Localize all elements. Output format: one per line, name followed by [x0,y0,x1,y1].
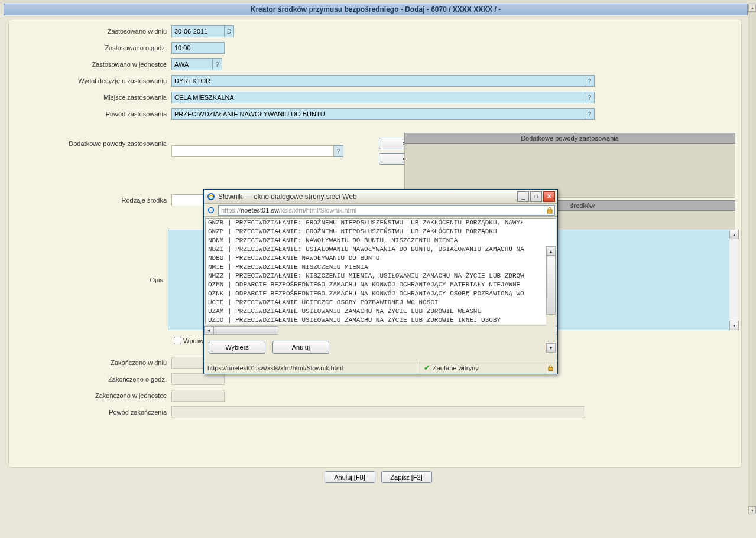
dialog-list-item[interactable]: NDBU | PRZECIWDZIAŁANIE NAWOŁYWANIU DO B… [207,254,554,263]
svg-rect-2 [547,210,552,213]
opis-scroll-down-icon[interactable]: ▾ [729,321,739,330]
dialog-list-item[interactable]: UZAM | PRZECIWDZIAŁANIE USIŁOWANIU ZAMAC… [207,307,554,316]
dialog-hscrollbar[interactable]: ◂ ▸ [204,325,557,335]
jedn-lookup-button[interactable]: ? [213,58,222,70]
dialog-list[interactable]: GNZB | PRZECIWDZIAŁANIE: GROŹNEMU NIEPOS… [205,218,556,324]
label-powod: Powód zastosowania [15,110,171,118]
label-powod-zakon: Powód zakończenia [15,409,171,416]
zapisz-button[interactable]: Zapisz [F2] [381,471,432,483]
label-wydal-decyzje: Wydał decyzję o zastosowaniu [15,77,171,84]
dodatkowe-lookup-button[interactable]: ? [334,145,343,157]
wprow-checkbox[interactable] [174,337,181,344]
dialog-url-bar[interactable]: https://noetest01.sw/xsls/xfm/html/Slown… [218,205,544,216]
hscroll-left-icon[interactable]: ◂ [204,326,213,335]
label-zastosowano-jedn: Zastosowano w jednostce [15,61,171,68]
minimize-button[interactable]: _ [517,191,529,202]
check-icon: ✔ [424,363,430,372]
maximize-button[interactable]: □ [530,191,542,202]
powod-zakon-input[interactable] [171,406,585,418]
vscroll-thumb[interactable] [546,256,556,315]
dialog-list-item[interactable]: NMZZ | PRZECIWDZIAŁANIE: NISZCZENIU MIEN… [207,272,554,281]
dialog-title: Słownik — okno dialogowe strony sieci We… [218,193,516,201]
hscroll-thumb[interactable] [213,326,278,335]
zakonczono-jedn-input[interactable] [171,390,225,402]
dialog-titlebar[interactable]: Słownik — okno dialogowe strony sieci We… [204,190,557,204]
dialog-list-item[interactable]: GNZB | PRZECIWDZIAŁANIE: GROŹNEMU NIEPOS… [207,219,554,227]
label-zakonczono-jedn: Zakończono w jednostce [15,392,171,399]
ie-small-icon [206,206,216,215]
svg-point-1 [209,207,214,213]
dialog-list-item[interactable]: UZIO | PRZECIWDZIAŁANIE USIŁOWANIU ZAMAC… [207,316,554,324]
zastosowano-jedn-input[interactable] [171,58,213,70]
slownik-dialog: Słownik — okno dialogowe strony sieci We… [203,189,558,374]
wprow-label: Wprow [183,337,203,344]
zastosowano-dniu-input[interactable] [171,25,225,37]
dialog-list-item[interactable]: OZNK | ODPARCIE BEZPOŚREDNIEGO ZAMACHU N… [207,289,554,298]
scroll-up-icon[interactable]: ▴ [748,4,756,12]
dialog-cancel-button[interactable]: Anuluj [272,341,329,354]
anuluj-button[interactable]: Anuluj [F8] [325,471,375,483]
date-picker-button[interactable]: D [225,25,234,37]
lock-icon [544,205,555,216]
ie-icon [206,192,216,201]
dialog-vscrollbar[interactable]: ▴ ▾ [546,246,556,353]
page-title: Kreator środków przymusu bezpośredniego … [4,4,748,15]
status-zone: ✔ Zaufane witryny [420,361,544,374]
dialog-list-item[interactable]: OZMN | ODPARCIE BEZPOŚREDNIEGO ZAMACHU N… [207,281,554,289]
label-opis: Opis [15,276,168,283]
zastosowano-godz-input[interactable] [171,42,225,54]
powod-lookup-button[interactable]: ? [585,108,595,120]
label-dodatkowe-powody: Dodatkowe powody zastosowania [15,138,171,147]
scroll-down-icon[interactable]: ▾ [748,506,756,514]
wydal-lookup-button[interactable]: ? [585,75,595,87]
label-zastosowano-godz: Zastosowano o godz. [15,44,171,51]
dialog-select-button[interactable]: Wybierz [209,341,265,354]
label-rodzaje-srodka: Rodzaje środka [15,194,171,204]
zakonczono-godz-input[interactable] [171,373,225,385]
label-zakonczono-godz: Zakończono o godz. [15,376,171,383]
label-zastosowano-dniu: Zastosowano w dniu [15,28,171,35]
miejsce-lookup-button[interactable]: ? [585,92,595,103]
vscroll-down-icon[interactable]: ▾ [546,343,556,353]
right-box1-header: Dodatkowe powody zastosowania [404,133,735,144]
status-lock-icon [544,361,557,374]
opis-scroll-up-icon[interactable]: ▴ [729,230,739,239]
opis-scrollbar[interactable]: ▴ ▾ [729,230,739,330]
miejsce-input[interactable] [171,92,585,103]
close-button[interactable]: ✕ [543,191,555,202]
main-scrollbar[interactable]: ▴ ▾ [748,4,756,514]
dialog-list-item[interactable]: GNZP | PRZECIWDZIAŁANIE: GROŹNEMU NIEPOS… [207,227,554,236]
label-miejsce: Miejsce zastosowania [15,94,171,101]
dialog-list-item[interactable]: NBNM | PRZECIWDZIAŁANIE: NAWOŁYWANIU DO … [207,236,554,245]
status-url: https://noetest01.sw/xsls/xfm/html/Slown… [204,361,420,374]
dodatkowe-powody-input[interactable] [171,145,334,157]
dialog-list-item[interactable]: UCIE | PRZECIWDZIAŁANIE UCIECZCE OSOBY P… [207,298,554,307]
wydal-decyzje-input[interactable] [171,75,585,87]
dialog-list-item[interactable]: NBZI | PRZECIWDZIAŁANIE: USIAŁOWANIU NAW… [207,245,554,254]
label-zakonczono-dniu: Zakończono w dniu [15,359,171,366]
dialog-list-item[interactable]: NMIE | PRZECIWDZIAŁANIE NISZCZENIU MIENI… [207,263,554,272]
svg-rect-3 [549,367,553,370]
vscroll-up-icon[interactable]: ▴ [546,246,556,256]
powod-input[interactable] [171,108,585,120]
